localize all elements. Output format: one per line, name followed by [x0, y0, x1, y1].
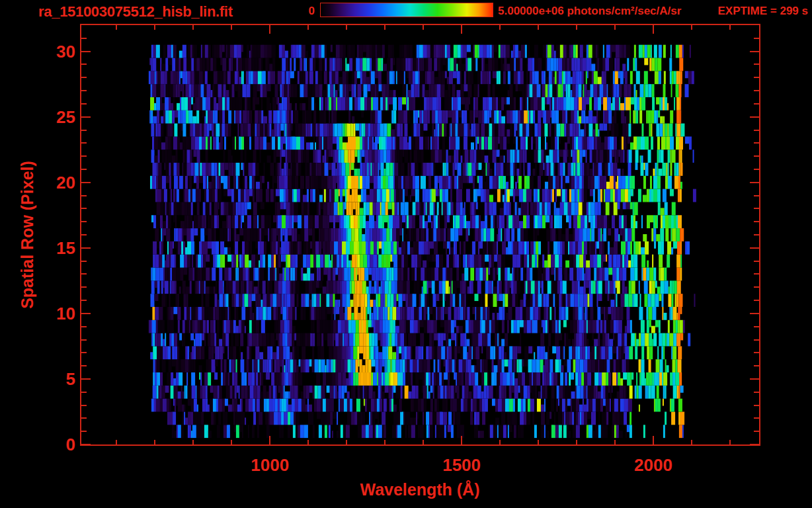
x-tick	[231, 25, 232, 30]
y-tick	[81, 247, 91, 249]
x-tick	[423, 440, 424, 444]
y-tick	[754, 221, 759, 222]
y-tick	[754, 392, 759, 393]
y-tick	[81, 103, 87, 105]
x-tick	[346, 25, 347, 30]
y-tick-label: 0	[28, 435, 75, 454]
y-tick	[81, 313, 91, 314]
y-tick	[81, 431, 87, 432]
x-tick	[538, 25, 539, 30]
x-tick	[192, 440, 194, 444]
x-tick	[614, 25, 616, 30]
y-tick	[81, 195, 87, 196]
y-tick	[750, 444, 759, 445]
y-tick	[754, 208, 759, 209]
y-tick	[754, 352, 759, 353]
colorbar	[320, 3, 493, 17]
x-tick	[423, 25, 424, 30]
x-tick	[346, 440, 347, 444]
y-tick	[754, 234, 759, 235]
y-tick	[81, 405, 87, 406]
colorbar-max-label: 5.00000e+06 photons/cm²/sec/A/sr	[498, 5, 681, 18]
x-tick-label: 1000	[223, 455, 316, 476]
y-tick	[754, 64, 759, 65]
x-tick	[307, 25, 309, 30]
y-tick	[81, 221, 87, 222]
y-tick	[81, 326, 87, 327]
spectrogram-quicklook-screen: ra_151003075512_hisb_lin.fit 0 5.00000e+…	[0, 0, 812, 508]
y-tick	[81, 90, 87, 91]
x-tick	[116, 25, 117, 30]
x-tick	[116, 440, 117, 444]
x-tick	[576, 25, 577, 30]
x-tick	[307, 440, 309, 444]
y-tick	[81, 116, 91, 118]
y-tick	[754, 273, 759, 275]
x-tick	[653, 25, 654, 34]
y-tick	[81, 208, 87, 209]
x-tick-label: 1500	[415, 455, 508, 476]
y-tick	[754, 300, 759, 301]
y-tick	[81, 64, 87, 65]
y-tick	[754, 326, 759, 327]
y-tick	[754, 90, 759, 91]
y-tick	[754, 130, 759, 131]
x-tick	[538, 440, 539, 444]
y-tick	[754, 339, 759, 341]
y-tick-label: 25	[28, 107, 75, 127]
y-tick	[81, 392, 87, 393]
y-tick	[754, 38, 759, 39]
x-tick	[499, 25, 501, 30]
y-tick	[81, 182, 91, 183]
y-tick	[81, 352, 87, 353]
y-tick-label: 5	[28, 369, 75, 389]
y-tick	[754, 365, 759, 366]
y-tick	[754, 142, 759, 144]
y-tick	[81, 365, 87, 366]
x-tick	[729, 440, 731, 444]
y-tick	[81, 378, 91, 380]
x-tick	[231, 440, 232, 444]
y-tick	[750, 313, 759, 314]
y-tick	[754, 169, 759, 170]
y-tick	[81, 261, 87, 262]
colorbar-min-label: 0	[280, 5, 315, 18]
x-tick-label: 2000	[607, 455, 700, 476]
y-tick	[81, 169, 87, 170]
x-tick	[384, 440, 386, 444]
exptime-label: EXPTIME = 299 s	[676, 5, 808, 18]
y-tick	[754, 261, 759, 262]
y-tick	[754, 405, 759, 406]
x-tick	[269, 436, 270, 444]
y-tick	[754, 155, 759, 157]
y-tick	[750, 51, 759, 52]
y-tick	[754, 431, 759, 432]
y-tick	[81, 234, 87, 235]
y-tick	[754, 195, 759, 196]
x-tick	[154, 25, 155, 30]
y-tick	[81, 38, 87, 39]
y-tick	[750, 116, 759, 118]
y-axis-title: Spatial Row (Pixel)	[18, 161, 37, 309]
x-tick	[653, 436, 654, 444]
y-tick	[81, 300, 87, 301]
x-tick	[691, 440, 692, 444]
x-tick	[499, 440, 501, 444]
y-tick	[754, 103, 759, 105]
y-tick	[81, 51, 91, 52]
y-tick	[81, 155, 87, 157]
x-axis-title: Wavelength (Å)	[288, 480, 552, 499]
plot-frame	[80, 24, 760, 446]
x-tick	[461, 436, 462, 444]
file-title: ra_151003075512_hisb_lin.fit	[38, 3, 233, 21]
y-tick	[81, 273, 87, 275]
y-tick	[81, 417, 87, 419]
x-tick	[192, 25, 194, 30]
y-tick-label: 30	[28, 42, 75, 62]
x-tick	[691, 25, 692, 30]
y-tick	[754, 417, 759, 419]
y-tick	[81, 339, 87, 341]
y-tick	[81, 130, 87, 131]
y-tick	[754, 77, 759, 78]
y-tick	[754, 286, 759, 288]
